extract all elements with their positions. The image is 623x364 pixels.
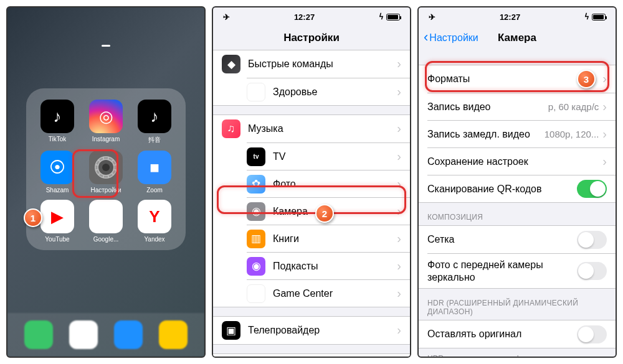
row-qr[interactable]: Сканирование QR-кодов xyxy=(427,175,616,202)
app-google-photos[interactable]: ✦Google... xyxy=(83,200,128,243)
svg-rect-11 xyxy=(104,157,108,159)
group-header-composition: КОМПОЗИЦИЯ xyxy=(419,203,616,225)
youtube-icon: ▶ xyxy=(40,200,74,233)
row-gamecenter[interactable]: ●Game Center› xyxy=(247,279,410,307)
step-badge-1: 1 xyxy=(24,208,42,227)
step-badge-3: 3 xyxy=(577,70,596,88)
navbar: Настройки xyxy=(213,26,410,50)
toggle-grid[interactable] xyxy=(577,231,607,249)
status-time: 12:27 xyxy=(294,12,315,22)
douyin-icon: ♪ xyxy=(138,100,171,133)
row-label: Камера xyxy=(273,206,397,217)
tvprovider-icon: ▣ xyxy=(222,321,240,340)
tiktok-icon: ♪ xyxy=(40,100,74,133)
row-video[interactable]: Запись видеор, 60 кадр/с› xyxy=(427,93,616,120)
airplane-icon: ✈ xyxy=(429,12,435,22)
bolt-icon: ϟ xyxy=(584,12,589,21)
zoom-icon: ■ xyxy=(138,151,171,184)
app-zoom[interactable]: ■Zoom xyxy=(132,151,177,194)
app-folder[interactable]: ♪TikTok◎Instagram♪抖音⦿ShazamНастройки■Zoo… xyxy=(26,88,186,250)
battery-icon xyxy=(592,14,606,21)
row-shortcuts[interactable]: ◆Быстрые команды› xyxy=(213,50,410,78)
row-label: Здоровье xyxy=(273,86,397,98)
toggle-mirror[interactable] xyxy=(577,262,607,280)
bolt-icon: ϟ xyxy=(379,12,384,21)
row-label: Сетка xyxy=(427,234,577,245)
battery-icon xyxy=(386,14,400,21)
app-label: Shazam xyxy=(46,187,69,194)
row-grid[interactable]: Сетка xyxy=(419,226,616,253)
settings-icon xyxy=(89,151,123,184)
svg-point-14 xyxy=(102,164,110,171)
camera-icon: ◉ xyxy=(247,202,265,221)
status-time: 12:27 xyxy=(500,12,520,22)
shortcuts-icon: ◆ xyxy=(222,55,240,73)
svg-rect-5 xyxy=(104,176,108,178)
row-photo[interactable]: ✿Фото› xyxy=(247,170,410,197)
row-label: Сохранение настроек xyxy=(427,156,602,167)
app-instagram[interactable]: ◎Instagram xyxy=(83,100,128,144)
row-value: 1080p, 120... xyxy=(545,129,599,139)
health-icon: ♥ xyxy=(247,83,265,101)
row-avito[interactable]: Авито› xyxy=(213,354,410,357)
podcasts-icon: ◉ xyxy=(247,257,265,276)
row-label: Фото xyxy=(273,179,397,190)
app-settings[interactable]: Настройки xyxy=(83,151,128,194)
app-douyin[interactable]: ♪抖音 xyxy=(132,100,177,144)
row-books[interactable]: ▥Книги› xyxy=(247,225,410,252)
row-music[interactable]: ♫Музыка› xyxy=(213,115,410,142)
row-value: р, 60 кадр/с xyxy=(548,101,599,112)
row-slomo[interactable]: Запись замедл. видео1080p, 120...› xyxy=(427,120,616,147)
app-yandex[interactable]: YYandex xyxy=(132,200,177,243)
toggle-qr[interactable] xyxy=(577,180,607,198)
row-label: Сканирование QR-кодов xyxy=(427,184,577,195)
row-label: Game Center xyxy=(273,288,397,299)
gamecenter-icon: ● xyxy=(247,284,265,303)
row-label: Быстрые команды xyxy=(248,58,397,70)
row-mirror[interactable]: Фото с передней камеры зеркально xyxy=(427,253,616,288)
page-title: Камера xyxy=(498,32,536,44)
row-label: TV xyxy=(273,151,397,162)
row-preserve[interactable]: Сохранение настроек› xyxy=(427,147,616,175)
row-health[interactable]: ♥Здоровье› xyxy=(247,78,410,105)
instagram-icon: ◎ xyxy=(89,100,123,133)
navbar: ‹Настройки Камера xyxy=(419,26,616,50)
back-button[interactable]: ‹Настройки xyxy=(424,32,478,44)
tv-icon: tv xyxy=(247,147,265,166)
row-label: Фото с передней камеры зеркально xyxy=(427,259,577,282)
row-tv[interactable]: tvTV› xyxy=(247,142,410,170)
status-bar: ✈ 12:27 ϟ xyxy=(419,7,616,26)
toggle-keeporig[interactable] xyxy=(577,325,607,343)
group-header-hdr: HDR (РАСШИРЕННЫЙ ДИНАМИЧЕСКИЙ ДИАПАЗОН) xyxy=(419,289,616,320)
group-footer-hdr: HDR смешивает лучшие фрагменты трех отде… xyxy=(419,348,616,357)
yandex-icon: Y xyxy=(138,200,171,233)
row-label: Запись замедл. видео xyxy=(427,129,545,140)
panel-settings: ✈ 12:27 ϟ Настройки ◆Быстрые команды›♥Зд… xyxy=(212,6,411,358)
app-label: 抖音 xyxy=(148,136,161,144)
app-label: Instagram xyxy=(92,136,120,142)
books-icon: ▥ xyxy=(247,230,265,248)
airplane-icon: ✈ xyxy=(223,12,230,22)
panel-camera-settings: ✈ 12:27 ϟ ‹Настройки Камера Форматы›Запи… xyxy=(417,6,617,358)
row-label: Телепровайдер xyxy=(248,325,397,336)
row-label: Музыка xyxy=(248,123,397,134)
svg-rect-2 xyxy=(115,166,117,169)
app-label: Настройки xyxy=(90,187,121,194)
step-badge-2: 2 xyxy=(315,204,334,223)
row-podcasts[interactable]: ◉Подкасты› xyxy=(247,252,410,279)
app-label: TikTok xyxy=(49,136,67,142)
shazam-icon: ⦿ xyxy=(40,151,74,184)
app-shazam[interactable]: ⦿Shazam xyxy=(35,151,80,194)
panel-home: ♪TikTok◎Instagram♪抖音⦿ShazamНастройки■Zoo… xyxy=(6,6,206,358)
row-label: Книги xyxy=(273,233,397,245)
row-keeporig[interactable]: Оставлять оригинал xyxy=(419,320,616,348)
app-tiktok[interactable]: ♪TikTok xyxy=(35,100,80,144)
row-label: Подкасты xyxy=(273,261,397,272)
dock xyxy=(7,313,204,357)
app-label: Google... xyxy=(93,236,119,243)
row-label: Запись видео xyxy=(427,101,548,113)
page-title: Настройки xyxy=(283,32,340,44)
app-label: YouTube xyxy=(45,236,69,243)
row-tvprovider[interactable]: ▣Телепровайдер› xyxy=(213,317,410,344)
home-indicator xyxy=(7,7,204,76)
